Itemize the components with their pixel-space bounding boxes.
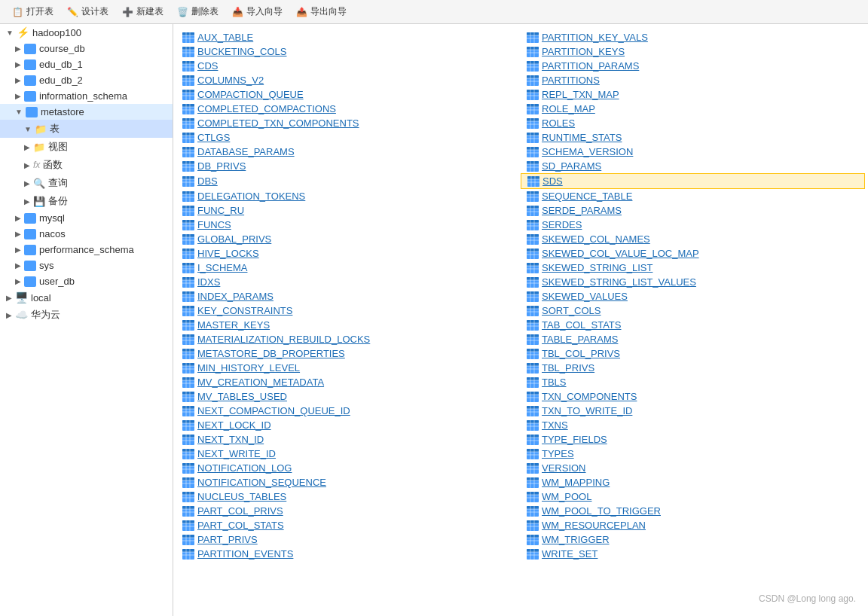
table-entry[interactable]: GLOBAL_PRIVS — [176, 232, 521, 246]
sidebar-item-local[interactable]: ▶ 🖥️ local — [0, 289, 173, 306]
table-entry[interactable]: MV_CREATION_METADATA — [176, 375, 521, 389]
table-entry[interactable]: PARTITION_KEYS — [521, 44, 865, 59]
sidebar-item-huawei[interactable]: ▶ ☁️ 华为云 — [0, 306, 173, 324]
table-entry[interactable]: MASTER_KEYS — [176, 318, 521, 332]
sidebar-item-metastore[interactable]: ▼ metastore — [0, 104, 173, 120]
table-entry[interactable]: PARTITION_PARAMS — [521, 59, 865, 73]
sidebar-item-mysql[interactable]: ▶ mysql — [0, 210, 173, 226]
table-entry[interactable]: TAB_COL_STATS — [521, 318, 865, 332]
table-entry[interactable]: MV_TABLES_USED — [176, 389, 521, 404]
table-entry[interactable]: PARTITIONS — [521, 73, 865, 87]
table-entry[interactable]: REPL_TXN_MAP — [521, 87, 865, 102]
import-btn[interactable]: 📥 导入向导 — [226, 3, 289, 20]
table-entry[interactable]: HIVE_LOCKS — [176, 246, 521, 261]
table-entry[interactable]: TBL_COL_PRIVS — [521, 346, 865, 361]
table-entry[interactable]: DATABASE_PARAMS — [176, 145, 521, 159]
table-entry[interactable]: COLUMNS_V2 — [176, 73, 521, 87]
table-entry[interactable]: AUX_TABLE — [176, 30, 521, 44]
table-entry[interactable]: IDXS — [176, 275, 521, 289]
sidebar-item-sys[interactable]: ▶ sys — [0, 258, 173, 273]
table-entry[interactable]: RUNTIME_STATS — [521, 130, 865, 145]
table-entry[interactable]: SERDES — [521, 218, 865, 232]
table-entry[interactable]: PART_PRIVS — [176, 532, 521, 547]
table-entry[interactable]: METASTORE_DB_PROPERTIES — [176, 346, 521, 361]
sidebar-item-nacos[interactable]: ▶ nacos — [0, 226, 173, 242]
sidebar-item-edu-db-2[interactable]: ▶ edu_db_2 — [0, 72, 173, 88]
table-entry[interactable]: NEXT_COMPACTION_QUEUE_ID — [176, 404, 521, 418]
design-table-btn[interactable]: ✏️ 设计表 — [61, 3, 115, 20]
new-table-btn[interactable]: ➕ 新建表 — [116, 3, 170, 20]
table-entry[interactable]: SCHEMA_VERSION — [521, 145, 865, 159]
table-entry[interactable]: SKEWED_VALUES — [521, 289, 865, 303]
table-entry[interactable]: TABLE_PARAMS — [521, 332, 865, 346]
table-entry[interactable]: WM_POOL_TO_TRIGGER — [521, 504, 865, 518]
table-entry[interactable]: SD_PARAMS — [521, 159, 865, 173]
table-entry[interactable]: TXN_TO_WRITE_ID — [521, 404, 865, 418]
table-entry[interactable]: ROLES — [521, 116, 865, 130]
table-entry[interactable]: TBL_PRIVS — [521, 361, 865, 375]
sidebar-item-functions[interactable]: ▶ fx 函数 — [0, 156, 173, 174]
table-entry[interactable]: NEXT_WRITE_ID — [176, 447, 521, 461]
table-entry[interactable]: WM_RESOURCEPLAN — [521, 518, 865, 532]
table-entry[interactable]: PARTITION_KEY_VALS — [521, 30, 865, 44]
table-entry[interactable]: WM_TRIGGER — [521, 532, 865, 547]
sidebar-item-backups[interactable]: ▶ 💾 备份 — [0, 192, 173, 210]
table-entry[interactable]: CTLGS — [176, 130, 521, 145]
table-entry[interactable]: SKEWED_STRING_LIST_VALUES — [521, 275, 865, 289]
table-entry[interactable]: SERDE_PARAMS — [521, 203, 865, 218]
table-entry[interactable]: VERSION — [521, 461, 865, 475]
table-entry[interactable]: CDS — [176, 59, 521, 73]
sidebar-item-course-db[interactable]: ▶ course_db — [0, 41, 173, 56]
table-entry[interactable]: TXNS — [521, 418, 865, 432]
table-entry[interactable]: SORT_COLS — [521, 303, 865, 318]
table-entry[interactable]: COMPLETED_TXN_COMPONENTS — [176, 116, 521, 130]
table-entry[interactable]: PARTITION_EVENTS — [176, 547, 521, 561]
table-entry[interactable]: COMPACTION_QUEUE — [176, 87, 521, 102]
sidebar-item-user-db[interactable]: ▶ user_db — [0, 273, 173, 289]
table-entry[interactable]: FUNCS — [176, 218, 521, 232]
table-entry[interactable]: MATERIALIZATION_REBUILD_LOCKS — [176, 332, 521, 346]
table-entry[interactable]: TYPE_FIELDS — [521, 432, 865, 447]
sidebar-item-views[interactable]: ▶ 📁 视图 — [0, 138, 173, 156]
table-entry[interactable]: DB_PRIVS — [176, 159, 521, 173]
table-entry[interactable]: BUCKETING_COLS — [176, 44, 521, 59]
table-entry[interactable]: ROLE_MAP — [521, 102, 865, 116]
table-entry[interactable]: SDS — [521, 173, 865, 189]
sidebar-item-information-schema[interactable]: ▶ information_schema — [0, 88, 173, 104]
table-entry[interactable]: WM_MAPPING — [521, 475, 865, 489]
table-entry[interactable]: INDEX_PARAMS — [176, 289, 521, 303]
sidebar-item-performance-schema[interactable]: ▶ performance_schema — [0, 242, 173, 258]
sidebar-item-queries[interactable]: ▶ 🔍 查询 — [0, 174, 173, 192]
table-entry[interactable]: NUCLEUS_TABLES — [176, 489, 521, 504]
table-entry[interactable]: PART_COL_PRIVS — [176, 504, 521, 518]
table-entry[interactable]: KEY_CONSTRAINTS — [176, 303, 521, 318]
table-entry[interactable]: TYPES — [521, 447, 865, 461]
table-entry[interactable]: COMPLETED_COMPACTIONS — [176, 102, 521, 116]
table-entry[interactable]: I_SCHEMA — [176, 261, 521, 275]
table-name-label: DB_PRIVS — [197, 160, 246, 172]
table-entry[interactable]: NOTIFICATION_SEQUENCE — [176, 475, 521, 489]
table-entry[interactable]: NOTIFICATION_LOG — [176, 461, 521, 475]
table-entry[interactable]: SKEWED_COL_NAMES — [521, 232, 865, 246]
open-table-btn[interactable]: 📋 打开表 — [6, 3, 60, 20]
table-entry[interactable]: SKEWED_COL_VALUE_LOC_MAP — [521, 246, 865, 261]
table-entry[interactable]: TXN_COMPONENTS — [521, 389, 865, 404]
table-entry[interactable]: NEXT_TXN_ID — [176, 432, 521, 447]
delete-table-btn[interactable]: 🗑️ 删除表 — [171, 3, 225, 20]
table-entry[interactable]: NEXT_LOCK_ID — [176, 418, 521, 432]
sidebar-item-edu-db-1[interactable]: ▶ edu_db_1 — [0, 56, 173, 72]
table-entry[interactable]: MIN_HISTORY_LEVEL — [176, 361, 521, 375]
table-entry[interactable]: DELEGATION_TOKENS — [176, 189, 521, 203]
export-btn[interactable]: 📤 导出向导 — [290, 3, 353, 20]
svg-rect-271 — [527, 349, 539, 352]
table-entry[interactable]: SEQUENCE_TABLE — [521, 189, 865, 203]
sidebar-item-hadoop100[interactable]: ▼ ⚡ hadoop100 — [0, 24, 173, 41]
table-entry[interactable]: TBLS — [521, 375, 865, 389]
sidebar-item-tables[interactable]: ▼ 📁 表 — [0, 120, 173, 138]
table-entry[interactable]: FUNC_RU — [176, 203, 521, 218]
table-entry[interactable]: DBS — [176, 173, 521, 189]
table-entry[interactable]: WM_POOL — [521, 489, 865, 504]
table-entry[interactable]: SKEWED_STRING_LIST — [521, 261, 865, 275]
table-entry[interactable]: WRITE_SET — [521, 547, 865, 561]
table-entry[interactable]: PART_COL_STATS — [176, 518, 521, 532]
